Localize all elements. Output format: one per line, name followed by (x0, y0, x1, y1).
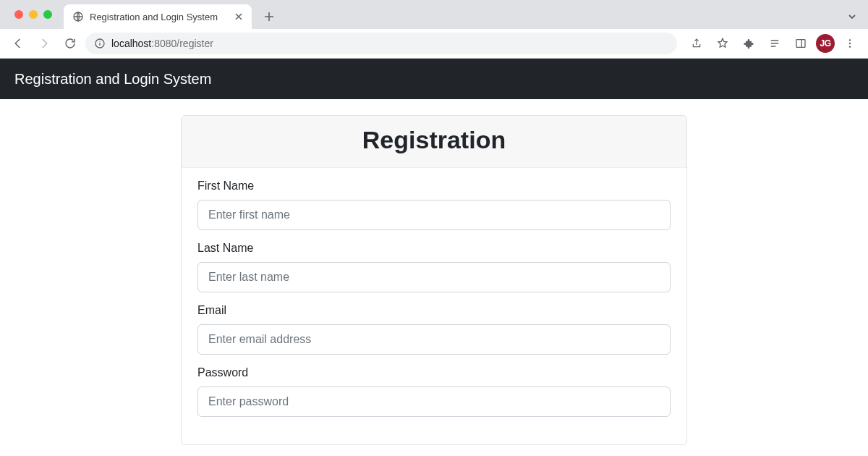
window-controls (7, 0, 59, 29)
globe-icon (72, 11, 84, 22)
form-group-password: Password (197, 366, 671, 417)
content-container: Registration First Name Last Name Email … (181, 115, 687, 445)
window-maximize-button[interactable] (43, 10, 52, 19)
url-text: localhost:8080/register (111, 38, 213, 49)
navbar-brand[interactable]: Registration and Login System (14, 71, 211, 88)
url-host: localhost (111, 38, 151, 49)
password-label: Password (197, 366, 671, 379)
extensions-icon[interactable] (738, 33, 760, 54)
share-icon[interactable] (686, 33, 707, 54)
back-button[interactable] (7, 33, 29, 54)
new-tab-button[interactable] (259, 7, 279, 27)
form-group-email: Email (197, 304, 671, 355)
side-panel-icon[interactable] (790, 33, 812, 54)
tab-strip: Registration and Login System (0, 0, 868, 29)
address-bar[interactable]: localhost:8080/register (85, 33, 677, 54)
window-minimize-button[interactable] (29, 10, 38, 19)
email-label: Email (197, 304, 671, 317)
url-path: :8080/register (151, 38, 213, 49)
browser-menu-icon[interactable] (839, 33, 861, 54)
svg-point-6 (849, 39, 851, 41)
form-group-last-name: Last Name (197, 242, 671, 292)
card-title: Registration (189, 126, 679, 154)
registration-card: Registration First Name Last Name Email … (181, 115, 687, 445)
site-info-icon[interactable] (94, 38, 106, 49)
password-input[interactable] (197, 387, 671, 417)
tab-overflow-button[interactable] (842, 7, 862, 27)
svg-point-3 (99, 41, 100, 42)
reload-button[interactable] (59, 33, 81, 54)
svg-rect-4 (796, 40, 805, 48)
first-name-input[interactable] (197, 200, 671, 230)
last-name-label: Last Name (197, 242, 671, 255)
browser-toolbar: localhost:8080/register (0, 29, 868, 58)
form-group-first-name: First Name (197, 180, 671, 230)
profile-avatar[interactable]: JG (816, 34, 835, 53)
app-navbar: Registration and Login System (0, 59, 868, 99)
first-name-label: First Name (197, 180, 671, 193)
window-close-button[interactable] (14, 10, 23, 19)
browser-tab[interactable]: Registration and Login System (64, 4, 252, 29)
card-header: Registration (182, 116, 686, 168)
last-name-input[interactable] (197, 262, 671, 292)
page-viewport: Registration and Login System Registrati… (0, 59, 868, 456)
bookmark-star-icon[interactable] (712, 33, 733, 54)
email-input[interactable] (197, 324, 671, 355)
svg-point-8 (849, 46, 851, 47)
avatar-initials: JG (820, 38, 830, 48)
reading-list-icon[interactable] (764, 33, 786, 54)
toolbar-actions: JG (681, 33, 861, 54)
card-body: First Name Last Name Email Password (182, 168, 686, 444)
browser-chrome: Registration and Login System (0, 0, 868, 59)
svg-point-7 (849, 43, 851, 44)
tab-title: Registration and Login System (90, 12, 227, 22)
forward-button[interactable] (33, 33, 55, 54)
tab-close-button[interactable] (233, 11, 244, 22)
